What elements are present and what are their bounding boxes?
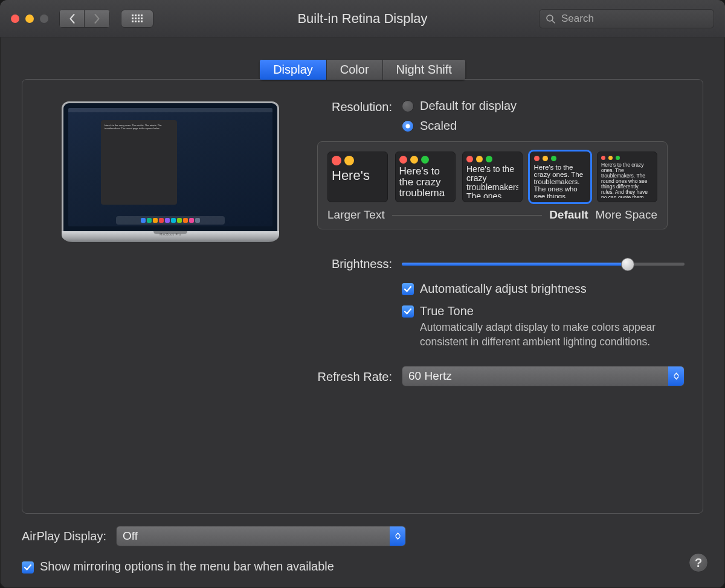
scale-option-0[interactable]: Here's [327,152,388,202]
chevron-left-icon [69,14,76,24]
help-label: ? [695,556,702,570]
toolbar: Built-in Retina Display [0,0,725,37]
grid-icon [132,14,143,22]
scale-sample-text: Here's to the crazy ones. The troublemak… [534,164,586,198]
nav-buttons [59,10,110,28]
scale-sample-text: Here's to the crazy troublemakers. The o… [466,165,518,198]
auto-brightness-checkbox[interactable] [402,283,414,295]
minimize-window-button[interactable] [25,14,34,23]
true-tone-label: True Tone [420,304,685,318]
tab-night-shift[interactable]: Night Shift [383,59,466,80]
refresh-rate-row: Refresh Rate: 60 Hertz [317,366,685,386]
search-icon [546,14,555,24]
device-illustration: Here's to the crazy ones. The misfits. T… [40,99,300,493]
resolution-row: Resolution: Default for display Scaled [317,99,685,229]
mirroring-checkbox[interactable] [22,561,34,574]
tab-color[interactable]: Color [327,59,383,80]
search-field-wrapper[interactable] [539,9,714,28]
scale-sample-text: Here's to the crazy troublema [399,166,451,198]
popup-arrows-icon [390,526,405,546]
popup-arrows-icon [668,366,684,386]
back-button[interactable] [59,10,85,28]
airplay-value: Off [123,529,138,543]
mirroring-row: Show mirroring options in the menu bar w… [22,560,703,574]
more-space-label: More Space [596,208,657,222]
refresh-rate-label: Refresh Rate: [317,369,402,384]
forward-button[interactable] [85,10,110,28]
slider-thumb[interactable] [621,258,634,271]
resolution-default-radio[interactable] [402,100,414,112]
resolution-scale-picker: Here's Here's to the crazy troublema Her… [317,141,668,229]
window-controls [11,14,48,23]
airplay-select[interactable]: Off [116,526,406,546]
resolution-scaled-radio[interactable] [402,120,414,132]
scale-option-3[interactable]: Here's to the crazy ones. The troublemak… [530,152,590,202]
tab-display[interactable]: Display [259,59,327,80]
checkmark-icon [404,285,412,293]
mirroring-label: Show mirroring options in the menu bar w… [40,560,334,574]
chevron-right-icon [94,14,100,24]
scale-option-4[interactable]: Here's to the crazy ones. The troublemak… [597,152,657,202]
resolution-default-radio-row: Default for display [402,99,685,113]
scale-sample-text: Here's to the crazy ones. The troublemak… [601,162,653,198]
brightness-label: Brightness: [317,257,402,271]
scale-option-2[interactable]: Here's to the crazy troublemakers. The o… [462,152,523,202]
brightness-row: Brightness: [317,257,685,271]
auto-brightness-row: Automatically adjust brightness True Ton… [317,271,685,349]
scale-labels: Larger Text Default More Space [327,208,657,222]
resolution-label: Resolution: [317,99,402,114]
checkmark-icon [404,307,412,316]
airplay-row: AirPlay Display: Off [22,526,703,546]
brightness-slider[interactable] [402,258,685,270]
true-tone-checkbox[interactable] [402,305,414,318]
resolution-scaled-radio-row: Scaled [402,119,685,133]
macbook-icon: Here's to the crazy ones. The misfits. T… [62,101,279,242]
true-tone-description: Automatically adapt display to make colo… [420,321,685,349]
search-input[interactable] [560,12,707,25]
close-window-button[interactable] [11,14,19,23]
larger-text-label: Larger Text [327,208,385,222]
resolution-default-label: Default for display [420,99,517,113]
default-label: Default [549,208,588,222]
resolution-scaled-label: Scaled [420,119,457,133]
airplay-label: AirPlay Display: [22,529,106,543]
refresh-rate-select[interactable]: 60 Hertz [402,366,685,386]
bottom-area: AirPlay Display: Off Show mirroring opti… [0,526,725,588]
tab-bar: Display Color Night Shift [259,59,466,80]
checkmark-icon [24,563,32,572]
scale-option-1[interactable]: Here's to the crazy troublema [395,152,456,202]
settings-column: Resolution: Default for display Scaled [317,99,685,493]
auto-brightness-label: Automatically adjust brightness [420,282,587,296]
scale-sample-text: Here's [332,168,384,184]
refresh-rate-value: 60 Hertz [408,369,452,383]
preferences-window: Built-in Retina Display Display Color Ni… [0,0,725,588]
svg-line-1 [552,21,555,23]
show-all-prefs-button[interactable] [121,10,153,28]
display-panel: Here's to the crazy ones. The misfits. T… [22,79,703,514]
help-button[interactable]: ? [689,553,708,572]
zoom-window-button[interactable] [40,14,48,23]
content: Display Color Night Shift Here's to the … [0,37,725,526]
